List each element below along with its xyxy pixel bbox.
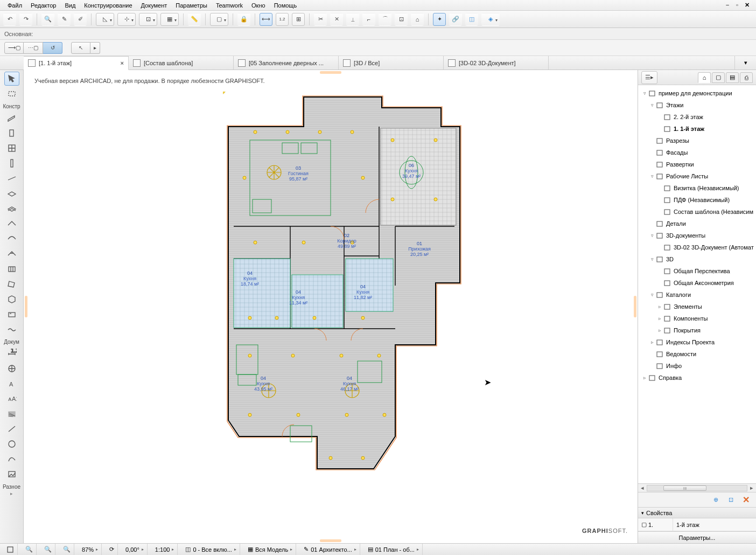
fillet-button[interactable]: ⌒: [379, 13, 391, 26]
window-close-icon[interactable]: ✕: [743, 2, 751, 9]
marquee-tool[interactable]: [4, 87, 19, 101]
window-tool[interactable]: [4, 141, 19, 155]
zone-tool[interactable]: [4, 307, 19, 321]
menu-edit[interactable]: Редактор: [26, 1, 60, 10]
quick-options[interactable]: [3, 544, 18, 555]
layers-combo[interactable]: ◫ 0 - Все вклю...▸: [182, 544, 240, 555]
tree-node-4[interactable]: Фасады: [638, 147, 756, 158]
tab-close-button[interactable]: ×: [121, 60, 124, 66]
adjust-button[interactable]: ⟂: [346, 13, 359, 26]
tree-node-17[interactable]: ▹Элементы: [638, 301, 756, 313]
polyline-tool[interactable]: [4, 452, 19, 466]
tree-node-16[interactable]: ▿Каталоги: [638, 289, 756, 301]
pane-drag-handle-right[interactable]: [634, 296, 636, 317]
selection-method-2[interactable]: ⋯▢: [24, 42, 43, 54]
tab-template[interactable]: [Состав шаблона]: [129, 56, 234, 70]
plan-type[interactable]: ▤ 01 План - об...▸: [365, 544, 423, 555]
pane-drag-handle-bottom[interactable]: [320, 539, 341, 542]
tree-node-15[interactable]: Общая Аксонометрия: [638, 277, 756, 289]
tree-node-7[interactable]: Визитка (Независимый): [638, 182, 756, 194]
zoom-fit-button[interactable]: 🔍: [60, 544, 74, 555]
zoom-out-button[interactable]: 🔍: [22, 544, 37, 555]
menu-help[interactable]: Помощь: [270, 1, 302, 10]
menu-document[interactable]: Документ: [137, 1, 172, 10]
nav-tab-layout-book[interactable]: ▤: [726, 72, 739, 83]
tree-node-14[interactable]: Общая Перспектива: [638, 265, 756, 277]
skylight-tool[interactable]: [4, 247, 19, 261]
column-tool[interactable]: [4, 156, 19, 170]
scroll-track[interactable]: III: [647, 485, 747, 491]
tree-node-1[interactable]: 2. 2-й этаж: [638, 111, 756, 123]
orientation-button[interactable]: ⟳: [106, 544, 118, 555]
scroll-right-button[interactable]: ▸: [747, 484, 756, 491]
pane-drag-handle-left[interactable]: [25, 296, 27, 317]
tree-node-6[interactable]: ▿Рабочие Листы: [638, 170, 756, 182]
snap-points-dropdown[interactable]: ⊡: [139, 13, 157, 26]
window-minimize-icon[interactable]: –: [724, 2, 731, 9]
selection-method-1[interactable]: ⟶▢: [4, 42, 24, 54]
tree-node-8[interactable]: ПДФ (Независимый): [638, 194, 756, 206]
grid-snap-dropdown[interactable]: ▦: [160, 13, 179, 26]
zoom-in-button[interactable]: 🔍: [41, 544, 55, 555]
roof-tool[interactable]: [4, 217, 19, 231]
menu-teamwork[interactable]: Teamwork: [212, 1, 247, 10]
renovation-dropdown[interactable]: ◈: [481, 13, 500, 26]
navigator-menu-button[interactable]: ☰▸: [641, 71, 657, 84]
morph-tool[interactable]: [4, 277, 19, 291]
redo-button[interactable]: ↷: [19, 13, 32, 26]
tab-doors[interactable]: [05 Заполнение дверных ...: [234, 56, 339, 70]
menu-view[interactable]: Вид: [60, 1, 80, 10]
wall-tool[interactable]: [4, 111, 19, 125]
trim-button[interactable]: ✂: [314, 13, 327, 26]
tree-node-19[interactable]: ▹Покрытия: [638, 324, 756, 336]
split-button[interactable]: ⨯: [330, 13, 343, 26]
tree-node-23[interactable]: ▹Справка: [638, 372, 756, 384]
tabs-overflow-button[interactable]: ▾: [734, 56, 756, 70]
mesh-tool[interactable]: [4, 322, 19, 336]
show-markers-button[interactable]: ⊞: [292, 13, 305, 26]
ruler-button[interactable]: 📏: [188, 13, 201, 26]
toolbox-expand[interactable]: ▸: [0, 491, 23, 496]
tree-node-21[interactable]: Ведомости: [638, 348, 756, 360]
show-dimensions-button[interactable]: ⟷: [260, 13, 272, 26]
beam-tool[interactable]: [4, 171, 19, 185]
tree-node-22[interactable]: Инфо: [638, 360, 756, 372]
intersect-button[interactable]: ⌐: [362, 13, 375, 26]
arrow-mode-button[interactable]: ↖: [71, 42, 90, 54]
drawing-tool[interactable]: [4, 467, 19, 481]
level-dim-tool[interactable]: [4, 362, 19, 376]
model-filter[interactable]: ▦ Вся Модель▸: [244, 544, 296, 555]
tree-node-12[interactable]: 3D-02 3D-Документ (Автомат: [638, 241, 756, 253]
line-tool[interactable]: [4, 422, 19, 436]
pane-drag-handle-top[interactable]: [320, 71, 341, 74]
shell-tool[interactable]: [4, 232, 19, 246]
label-tool[interactable]: ᴀA1: [4, 392, 19, 406]
menu-options[interactable]: Параметры: [171, 1, 212, 10]
scale-value[interactable]: 1:100▸: [152, 544, 178, 555]
show-text-button[interactable]: 1.2: [276, 13, 289, 26]
drawing-canvas[interactable]: Учебная версия ARCHICAD, не для продажи.…: [24, 70, 638, 543]
navigator-tree[interactable]: ▿ пример для демонстрации ▿Этажи2. 2-й э…: [638, 85, 756, 483]
zoom-value[interactable]: 87%▸: [79, 544, 102, 555]
tree-node-0[interactable]: ▿Этажи: [638, 99, 756, 111]
tree-node-20[interactable]: ▹Индексы Проекта: [638, 336, 756, 348]
magic-wand-button[interactable]: ✐: [74, 13, 87, 26]
navigator-hscroll[interactable]: ◂ III ▸: [638, 483, 756, 492]
arrow-mode-dropdown[interactable]: ▸: [90, 42, 100, 54]
scroll-left-button[interactable]: ◂: [638, 484, 647, 491]
tree-root[interactable]: ▿ пример для демонстрации: [638, 87, 756, 99]
tree-node-5[interactable]: Развертки: [638, 158, 756, 170]
dimension-tool[interactable]: 1.2: [4, 346, 19, 360]
new-view-button[interactable]: ⊕: [711, 495, 720, 505]
menu-file[interactable]: Файл: [3, 1, 26, 10]
tab-floor-1[interactable]: [1. 1-й этаж] ×: [24, 56, 129, 70]
find-select-button[interactable]: 🔍: [41, 13, 54, 26]
tree-node-13[interactable]: ▿3D: [638, 253, 756, 265]
arrow-tool[interactable]: [4, 72, 19, 86]
link-button[interactable]: 🔗: [449, 13, 462, 26]
resize-button[interactable]: ⊡: [395, 13, 408, 26]
scroll-thumb[interactable]: III: [663, 485, 706, 491]
properties-settings-button[interactable]: Параметры...: [638, 531, 756, 543]
object-tool[interactable]: [4, 292, 19, 306]
door-tool[interactable]: [4, 126, 19, 140]
